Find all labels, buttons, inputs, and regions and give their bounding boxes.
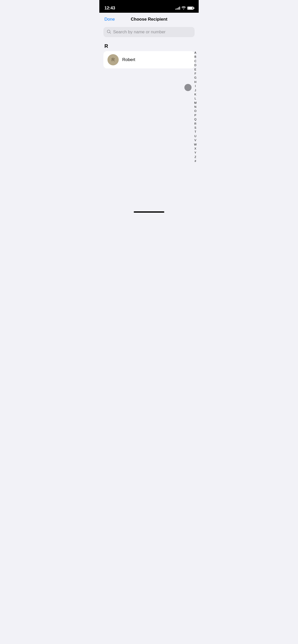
alphabet-index: A B C D E F G H I J K L M N O P Q R S T … xyxy=(193,51,198,163)
signal-bars-icon xyxy=(175,7,180,10)
alpha-O[interactable]: O xyxy=(193,109,198,113)
alpha-Q[interactable]: Q xyxy=(193,118,198,121)
alpha-P[interactable]: P xyxy=(193,113,198,117)
contact-item-robert[interactable]: R Robert xyxy=(103,51,195,68)
avatar: R xyxy=(107,54,119,65)
alpha-K[interactable]: K xyxy=(193,93,198,96)
alpha-W[interactable]: W xyxy=(193,143,198,147)
done-button[interactable]: Done xyxy=(104,17,115,22)
alpha-L[interactable]: L xyxy=(193,97,198,100)
alpha-U[interactable]: U xyxy=(193,134,198,138)
svg-line-1 xyxy=(110,32,111,33)
alpha-B[interactable]: B xyxy=(193,55,198,59)
alpha-G[interactable]: G xyxy=(193,76,198,80)
alpha-J[interactable]: J xyxy=(193,89,198,92)
wifi-icon xyxy=(182,6,186,10)
alpha-S[interactable]: S xyxy=(193,126,198,130)
alpha-X[interactable]: X xyxy=(193,147,198,151)
status-icons xyxy=(175,6,194,10)
scroll-indicator xyxy=(184,84,192,91)
alpha-R[interactable]: R xyxy=(193,122,198,126)
alpha-hash[interactable]: # xyxy=(193,159,198,163)
alpha-H[interactable]: H xyxy=(193,80,198,84)
alpha-F[interactable]: F xyxy=(193,72,198,76)
alpha-D[interactable]: D xyxy=(193,63,198,67)
alpha-Y[interactable]: Y xyxy=(193,151,198,155)
search-icon xyxy=(107,30,111,35)
alpha-E[interactable]: E xyxy=(193,68,198,71)
home-indicator xyxy=(134,211,164,213)
alpha-M[interactable]: M xyxy=(193,101,198,105)
alpha-I[interactable]: I xyxy=(193,84,198,88)
section-header-r: R xyxy=(99,41,199,51)
status-bar: 12:43 xyxy=(99,0,199,13)
contact-name: Robert xyxy=(122,57,135,62)
contact-card: R Robert xyxy=(103,51,195,68)
search-container xyxy=(99,25,199,41)
alpha-A[interactable]: A xyxy=(193,51,198,55)
alpha-Z[interactable]: Z xyxy=(193,155,198,159)
search-input[interactable] xyxy=(113,30,191,35)
search-bar[interactable] xyxy=(103,27,195,37)
contact-list: R Robert xyxy=(99,51,199,68)
battery-icon xyxy=(187,7,194,10)
alpha-V[interactable]: V xyxy=(193,138,198,142)
alpha-C[interactable]: C xyxy=(193,59,198,63)
alpha-N[interactable]: N xyxy=(193,105,198,109)
page-title: Choose Recipient xyxy=(131,17,168,22)
alpha-T[interactable]: T xyxy=(193,130,198,134)
nav-bar: Done Choose Recipient xyxy=(99,13,199,25)
status-time: 12:43 xyxy=(104,6,115,11)
